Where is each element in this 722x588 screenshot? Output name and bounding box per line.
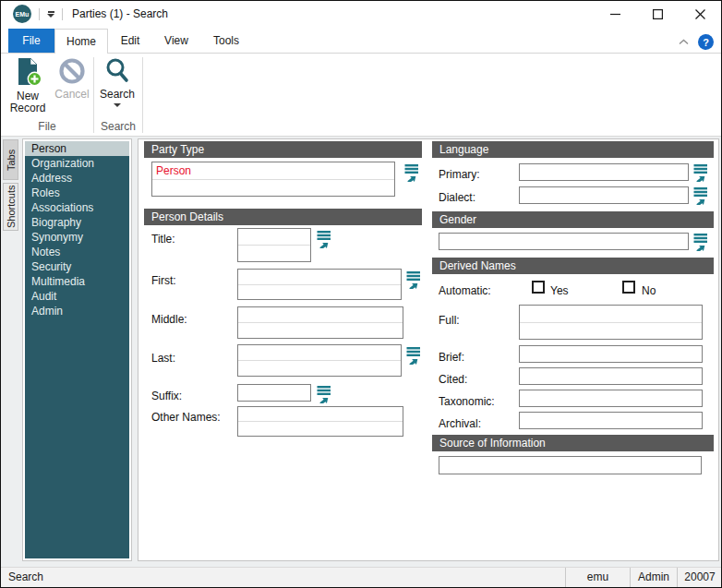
- status-mode: Search: [8, 570, 43, 583]
- last-grid[interactable]: [237, 344, 402, 377]
- status-bar: Search emu Admin 20007: [1, 567, 721, 587]
- title-bar: EMu Parties (1) - Search: [1, 1, 721, 27]
- ribbon-group-search-label: Search: [94, 120, 142, 133]
- full-label: Full:: [439, 314, 460, 327]
- cancel-button: Cancel: [52, 56, 92, 101]
- party-type-value[interactable]: Person: [152, 162, 394, 180]
- brief-label: Brief:: [439, 351, 464, 364]
- tab-file[interactable]: File: [8, 29, 54, 53]
- first-empty-row[interactable]: [238, 285, 401, 300]
- sidebar-item-person[interactable]: Person: [25, 141, 129, 156]
- lookup-list-icon[interactable]: [693, 233, 710, 251]
- middle-label: Middle:: [151, 313, 187, 326]
- automatic-yes-checkbox[interactable]: [532, 281, 545, 294]
- full-value[interactable]: [520, 306, 702, 323]
- suffix-field[interactable]: [237, 384, 311, 402]
- full-grid[interactable]: [519, 305, 703, 340]
- lookup-list-icon[interactable]: [693, 163, 710, 182]
- other-names-label: Other Names:: [151, 411, 221, 424]
- middle-grid[interactable]: [237, 306, 403, 339]
- side-tab-tabs[interactable]: Tabs: [3, 139, 18, 180]
- sidebar-item-audit[interactable]: Audit: [25, 289, 129, 304]
- taxonomic-field[interactable]: [519, 390, 703, 407]
- title-empty-row[interactable]: [238, 246, 310, 261]
- maximize-icon: [653, 9, 663, 19]
- lookup-list-icon[interactable]: [693, 186, 710, 205]
- cancel-icon: [58, 57, 86, 85]
- title-value[interactable]: [238, 229, 310, 246]
- tab-home[interactable]: Home: [54, 29, 108, 54]
- sidebar-item-biography[interactable]: Biography: [25, 215, 129, 230]
- app-window: EMu Parties (1) - Search File Home Edit …: [0, 0, 722, 588]
- other-names-empty-row[interactable]: [238, 422, 403, 436]
- last-value[interactable]: [238, 345, 401, 361]
- source-field[interactable]: [439, 456, 702, 474]
- ribbon: New Record Cancel Search File Search: [1, 54, 721, 137]
- sidebar-item-associations[interactable]: Associations: [25, 200, 129, 215]
- search-dropdown-icon[interactable]: [114, 103, 121, 107]
- qat-dropdown-icon[interactable]: [47, 11, 54, 18]
- titlebar-divider: [62, 8, 63, 20]
- automatic-no-checkbox[interactable]: [622, 281, 635, 294]
- primary-field[interactable]: [519, 163, 689, 181]
- middle-value[interactable]: [238, 307, 403, 323]
- last-label: Last:: [151, 352, 175, 365]
- ribbon-tab-bar: File Home Edit View Tools ?: [1, 27, 721, 54]
- side-tab-shortcuts[interactable]: Shortcuts: [3, 183, 18, 231]
- sidebar-item-security[interactable]: Security: [25, 259, 129, 274]
- new-record-label: New Record: [4, 90, 52, 114]
- close-button[interactable]: [679, 1, 721, 27]
- tab-list-panel: Person Organization Address Roles Associ…: [22, 138, 132, 561]
- search-label: Search: [100, 89, 135, 101]
- archival-label: Archival:: [439, 417, 481, 430]
- other-names-value[interactable]: [238, 407, 403, 422]
- lookup-list-icon[interactable]: [317, 385, 333, 403]
- body-area: Tabs Shortcuts Person Organization Addre…: [1, 137, 721, 567]
- sidebar-item-notes[interactable]: Notes: [25, 245, 129, 259]
- sidebar-item-roles[interactable]: Roles: [25, 186, 129, 200]
- tab-tools[interactable]: Tools: [200, 29, 252, 53]
- new-record-button[interactable]: New Record: [4, 56, 52, 114]
- lookup-list-icon[interactable]: [317, 230, 333, 248]
- brief-field[interactable]: [519, 345, 703, 363]
- lookup-list-icon[interactable]: [406, 270, 423, 289]
- chevron-up-icon[interactable]: [679, 39, 689, 45]
- ribbon-group-divider: [142, 57, 143, 133]
- lookup-list-icon[interactable]: [406, 346, 423, 365]
- first-value[interactable]: [238, 270, 401, 285]
- dialect-field[interactable]: [519, 186, 689, 204]
- automatic-yes-label: Yes: [550, 284, 569, 297]
- first-grid[interactable]: [237, 269, 402, 300]
- tab-edit[interactable]: Edit: [108, 29, 152, 53]
- status-port: 20007: [677, 568, 722, 587]
- party-type-grid[interactable]: Person: [151, 162, 395, 197]
- title-grid[interactable]: [237, 228, 311, 262]
- tab-view[interactable]: View: [152, 29, 200, 53]
- sidebar-item-multimedia[interactable]: Multimedia: [25, 274, 129, 289]
- cited-field[interactable]: [519, 367, 703, 385]
- taxonomic-label: Taxonomic:: [439, 395, 495, 408]
- search-icon: [104, 57, 130, 85]
- gender-field[interactable]: [439, 233, 689, 250]
- sidebar-item-admin[interactable]: Admin: [25, 304, 129, 318]
- help-icon: ?: [703, 37, 709, 48]
- section-header-language: Language: [432, 141, 714, 158]
- primary-label: Primary:: [439, 168, 480, 181]
- party-type-empty-row[interactable]: [152, 180, 394, 196]
- cited-label: Cited:: [439, 373, 467, 386]
- status-group: Admin: [630, 568, 677, 587]
- sidebar-item-organization[interactable]: Organization: [25, 156, 129, 171]
- minimize-button[interactable]: [594, 1, 636, 27]
- sidebar-item-synonymy[interactable]: Synonymy: [25, 230, 129, 245]
- maximize-button[interactable]: [636, 1, 679, 27]
- last-empty-row[interactable]: [238, 361, 401, 376]
- search-button[interactable]: Search: [95, 56, 139, 107]
- middle-empty-row[interactable]: [238, 323, 403, 338]
- minimize-icon: [610, 9, 620, 19]
- sidebar-item-address[interactable]: Address: [25, 171, 129, 186]
- other-names-grid[interactable]: [237, 406, 403, 437]
- help-button[interactable]: ?: [698, 34, 714, 50]
- archival-field[interactable]: [519, 412, 703, 429]
- lookup-list-icon[interactable]: [404, 163, 421, 182]
- full-empty-row[interactable]: [520, 323, 702, 340]
